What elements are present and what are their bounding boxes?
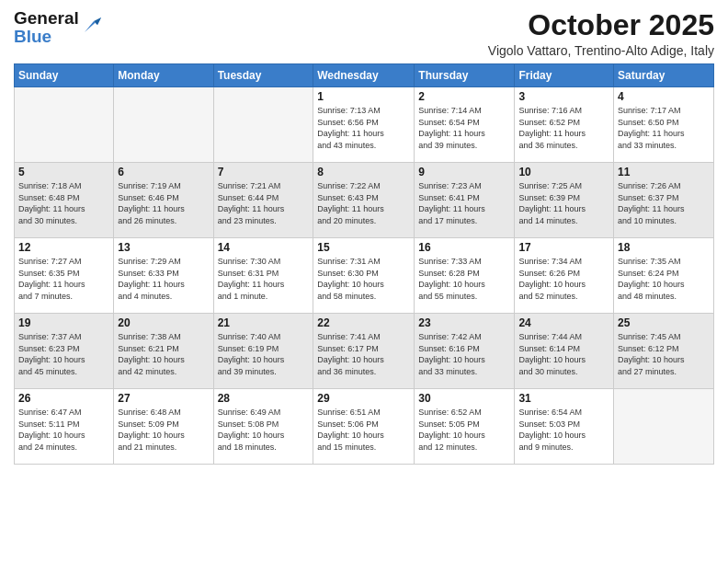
header-monday: Monday bbox=[114, 64, 213, 87]
day-number: 25 bbox=[618, 316, 710, 329]
table-row: 14Sunrise: 7:30 AM Sunset: 6:31 PM Dayli… bbox=[213, 238, 313, 314]
day-number: 1 bbox=[317, 90, 410, 103]
table-row: 5Sunrise: 7:18 AM Sunset: 6:48 PM Daylig… bbox=[15, 163, 114, 238]
day-info: Sunrise: 7:37 AM Sunset: 6:23 PM Dayligh… bbox=[18, 331, 109, 377]
calendar-header-row: Sunday Monday Tuesday Wednesday Thursday… bbox=[15, 64, 714, 87]
day-number: 5 bbox=[18, 166, 109, 178]
table-row: 27Sunrise: 6:48 AM Sunset: 5:09 PM Dayli… bbox=[114, 389, 213, 465]
day-info: Sunrise: 7:19 AM Sunset: 6:46 PM Dayligh… bbox=[118, 180, 209, 226]
subtitle: Vigolo Vattaro, Trentino-Alto Adige, Ita… bbox=[488, 43, 714, 58]
day-info: Sunrise: 7:18 AM Sunset: 6:48 PM Dayligh… bbox=[18, 180, 109, 226]
day-info: Sunrise: 7:34 AM Sunset: 6:26 PM Dayligh… bbox=[518, 256, 609, 302]
day-number: 28 bbox=[218, 392, 310, 405]
day-info: Sunrise: 6:51 AM Sunset: 5:06 PM Dayligh… bbox=[317, 407, 410, 453]
page: General Blue October 2025 Vigolo Vattaro… bbox=[0, 0, 728, 474]
calendar-week-row: 26Sunrise: 6:47 AM Sunset: 5:11 PM Dayli… bbox=[15, 389, 714, 465]
day-number: 26 bbox=[18, 392, 109, 405]
day-number: 29 bbox=[317, 392, 410, 405]
day-info: Sunrise: 6:54 AM Sunset: 5:03 PM Dayligh… bbox=[518, 407, 609, 453]
day-info: Sunrise: 7:23 AM Sunset: 6:41 PM Dayligh… bbox=[418, 180, 510, 226]
day-info: Sunrise: 7:41 AM Sunset: 6:17 PM Dayligh… bbox=[317, 331, 410, 377]
day-info: Sunrise: 7:14 AM Sunset: 6:54 PM Dayligh… bbox=[418, 105, 510, 151]
table-row: 29Sunrise: 6:51 AM Sunset: 5:06 PM Dayli… bbox=[313, 389, 415, 465]
day-number: 22 bbox=[317, 316, 410, 329]
calendar-week-row: 19Sunrise: 7:37 AM Sunset: 6:23 PM Dayli… bbox=[15, 314, 714, 389]
day-info: Sunrise: 7:44 AM Sunset: 6:14 PM Dayligh… bbox=[518, 331, 609, 377]
table-row: 19Sunrise: 7:37 AM Sunset: 6:23 PM Dayli… bbox=[15, 314, 114, 389]
day-info: Sunrise: 7:30 AM Sunset: 6:31 PM Dayligh… bbox=[218, 256, 310, 302]
day-info: Sunrise: 6:48 AM Sunset: 5:09 PM Dayligh… bbox=[118, 407, 209, 453]
table-row: 20Sunrise: 7:38 AM Sunset: 6:21 PM Dayli… bbox=[114, 314, 213, 389]
day-info: Sunrise: 7:42 AM Sunset: 6:16 PM Dayligh… bbox=[418, 331, 510, 377]
day-number: 6 bbox=[118, 166, 209, 178]
table-row: 15Sunrise: 7:31 AM Sunset: 6:30 PM Dayli… bbox=[313, 238, 415, 314]
day-number: 7 bbox=[218, 166, 310, 178]
table-row: 13Sunrise: 7:29 AM Sunset: 6:33 PM Dayli… bbox=[114, 238, 213, 314]
table-row: 2Sunrise: 7:14 AM Sunset: 6:54 PM Daylig… bbox=[415, 87, 515, 163]
calendar-week-row: 12Sunrise: 7:27 AM Sunset: 6:35 PM Dayli… bbox=[15, 238, 714, 314]
day-number: 27 bbox=[118, 392, 209, 405]
day-info: Sunrise: 6:52 AM Sunset: 5:05 PM Dayligh… bbox=[418, 407, 510, 453]
day-number: 14 bbox=[218, 241, 310, 254]
day-number: 17 bbox=[518, 241, 609, 254]
day-info: Sunrise: 7:38 AM Sunset: 6:21 PM Dayligh… bbox=[118, 331, 209, 377]
table-row: 16Sunrise: 7:33 AM Sunset: 6:28 PM Dayli… bbox=[415, 238, 515, 314]
day-number: 8 bbox=[317, 166, 410, 178]
day-number: 11 bbox=[618, 166, 710, 178]
calendar-table: Sunday Monday Tuesday Wednesday Thursday… bbox=[14, 63, 714, 465]
day-number: 23 bbox=[418, 316, 510, 329]
day-number: 21 bbox=[218, 316, 310, 329]
table-row: 11Sunrise: 7:26 AM Sunset: 6:37 PM Dayli… bbox=[614, 163, 714, 238]
title-block: October 2025 Vigolo Vattaro, Trentino-Al… bbox=[488, 9, 714, 58]
logo-blue: Blue bbox=[14, 28, 79, 46]
header-saturday: Saturday bbox=[614, 64, 714, 87]
day-info: Sunrise: 7:27 AM Sunset: 6:35 PM Dayligh… bbox=[18, 256, 109, 302]
day-number: 15 bbox=[317, 241, 410, 254]
table-row: 12Sunrise: 7:27 AM Sunset: 6:35 PM Dayli… bbox=[15, 238, 114, 314]
table-row: 7Sunrise: 7:21 AM Sunset: 6:44 PM Daylig… bbox=[213, 163, 313, 238]
day-info: Sunrise: 7:45 AM Sunset: 6:12 PM Dayligh… bbox=[618, 331, 710, 377]
day-number: 3 bbox=[518, 90, 609, 103]
svg-marker-1 bbox=[94, 17, 101, 25]
header: General Blue October 2025 Vigolo Vattaro… bbox=[14, 9, 714, 58]
day-number: 10 bbox=[518, 166, 609, 178]
day-number: 24 bbox=[518, 316, 609, 329]
day-info: Sunrise: 7:40 AM Sunset: 6:19 PM Dayligh… bbox=[218, 331, 310, 377]
day-info: Sunrise: 6:47 AM Sunset: 5:11 PM Dayligh… bbox=[18, 407, 109, 453]
day-info: Sunrise: 7:35 AM Sunset: 6:24 PM Dayligh… bbox=[618, 256, 710, 302]
logo-general: General bbox=[14, 9, 79, 28]
day-info: Sunrise: 7:16 AM Sunset: 6:52 PM Dayligh… bbox=[518, 105, 609, 151]
day-number: 20 bbox=[118, 316, 209, 329]
day-number: 13 bbox=[118, 241, 209, 254]
day-info: Sunrise: 6:49 AM Sunset: 5:08 PM Dayligh… bbox=[218, 407, 310, 453]
day-number: 4 bbox=[618, 90, 710, 103]
table-row bbox=[614, 389, 714, 465]
day-info: Sunrise: 7:22 AM Sunset: 6:43 PM Dayligh… bbox=[317, 180, 410, 226]
table-row: 10Sunrise: 7:25 AM Sunset: 6:39 PM Dayli… bbox=[515, 163, 614, 238]
calendar-week-row: 1Sunrise: 7:13 AM Sunset: 6:56 PM Daylig… bbox=[15, 87, 714, 163]
table-row: 6Sunrise: 7:19 AM Sunset: 6:46 PM Daylig… bbox=[114, 163, 213, 238]
header-thursday: Thursday bbox=[415, 64, 515, 87]
table-row: 3Sunrise: 7:16 AM Sunset: 6:52 PM Daylig… bbox=[515, 87, 614, 163]
day-number: 19 bbox=[18, 316, 109, 329]
table-row: 21Sunrise: 7:40 AM Sunset: 6:19 PM Dayli… bbox=[213, 314, 313, 389]
table-row: 22Sunrise: 7:41 AM Sunset: 6:17 PM Dayli… bbox=[313, 314, 415, 389]
table-row: 28Sunrise: 6:49 AM Sunset: 5:08 PM Dayli… bbox=[213, 389, 313, 465]
day-info: Sunrise: 7:31 AM Sunset: 6:30 PM Dayligh… bbox=[317, 256, 410, 302]
table-row: 4Sunrise: 7:17 AM Sunset: 6:50 PM Daylig… bbox=[614, 87, 714, 163]
table-row bbox=[114, 87, 213, 163]
day-number: 16 bbox=[418, 241, 510, 254]
table-row: 26Sunrise: 6:47 AM Sunset: 5:11 PM Dayli… bbox=[15, 389, 114, 465]
table-row: 31Sunrise: 6:54 AM Sunset: 5:03 PM Dayli… bbox=[515, 389, 614, 465]
table-row: 30Sunrise: 6:52 AM Sunset: 5:05 PM Dayli… bbox=[415, 389, 515, 465]
table-row: 18Sunrise: 7:35 AM Sunset: 6:24 PM Dayli… bbox=[614, 238, 714, 314]
day-number: 30 bbox=[418, 392, 510, 405]
day-number: 9 bbox=[418, 166, 510, 178]
table-row: 17Sunrise: 7:34 AM Sunset: 6:26 PM Dayli… bbox=[515, 238, 614, 314]
table-row: 23Sunrise: 7:42 AM Sunset: 6:16 PM Dayli… bbox=[415, 314, 515, 389]
month-title: October 2025 bbox=[488, 9, 714, 41]
header-friday: Friday bbox=[515, 64, 614, 87]
header-tuesday: Tuesday bbox=[213, 64, 313, 87]
table-row: 1Sunrise: 7:13 AM Sunset: 6:56 PM Daylig… bbox=[313, 87, 415, 163]
day-number: 18 bbox=[618, 241, 710, 254]
